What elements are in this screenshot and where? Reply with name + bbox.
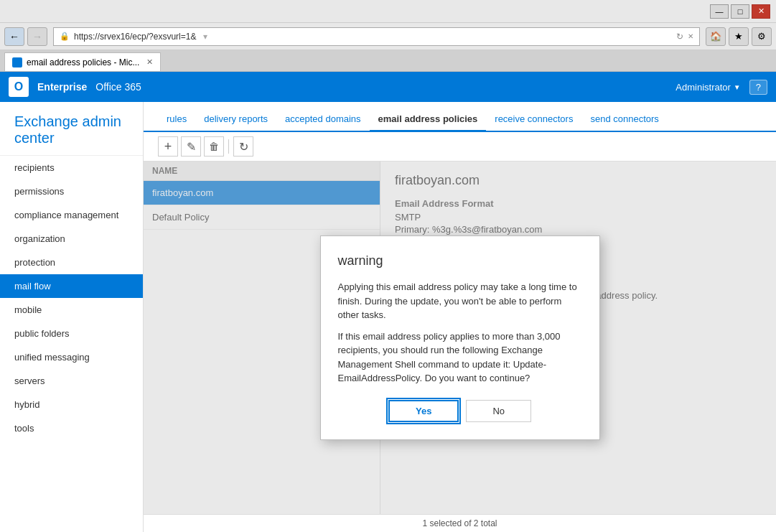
- delete-button[interactable]: 🗑: [204, 136, 224, 157]
- app-header: O Enterprise Office 365 Administrator ▼ …: [0, 72, 776, 102]
- dialog-para2: If this email address policy applies to …: [338, 330, 582, 386]
- page-title-area: Exchange admin center: [0, 102, 143, 156]
- tab-label: email address policies - Mic...: [27, 57, 139, 67]
- dialog-buttons: Yes No: [338, 400, 582, 422]
- sidebar-item-unified-messaging[interactable]: unified messaging: [0, 345, 143, 369]
- tab-close-icon[interactable]: ✕: [146, 57, 153, 67]
- address-bar[interactable]: 🔒 https://srvex16/ecp/?exsvurl=1& ▾ ↻ ✕: [53, 27, 700, 46]
- sidebar-item-permissions[interactable]: permissions: [0, 179, 143, 203]
- sidebar-nav: recipients permissions compliance manage…: [0, 156, 143, 532]
- tab-icon: [12, 57, 22, 67]
- browser-toolbar: ← → 🔒 https://srvex16/ecp/?exsvurl=1& ▾ …: [0, 23, 776, 50]
- sidebar-item-hybrid[interactable]: hybrid: [0, 393, 143, 416]
- dialog-overlay: warning Applying this email address poli…: [144, 162, 776, 514]
- search-icon: ▾: [203, 32, 207, 42]
- edit-button[interactable]: ✎: [181, 136, 201, 157]
- dialog-title: warning: [338, 253, 582, 269]
- warning-dialog: warning Applying this email address poli…: [320, 235, 600, 440]
- close-button[interactable]: ✕: [752, 4, 770, 19]
- browser-titlebar: — □ ✕: [0, 0, 776, 23]
- sidebar-item-mobile[interactable]: mobile: [0, 298, 143, 322]
- favorites-button[interactable]: ★: [729, 27, 749, 46]
- app-o365: Office 365: [95, 81, 141, 93]
- sub-nav-email-address-policies[interactable]: email address policies: [370, 108, 487, 132]
- sub-nav-send-connectors[interactable]: send connectors: [581, 108, 667, 131]
- user-dropdown-icon: ▼: [734, 83, 741, 91]
- minimize-button[interactable]: —: [710, 4, 729, 19]
- user-label: Administrator: [676, 82, 731, 93]
- stop-icon: ✕: [688, 32, 693, 40]
- url-icon: 🔒: [60, 32, 70, 41]
- tab-bar: email address policies - Mic... ✕: [0, 50, 776, 72]
- sub-nav: rules delivery reports accepted domains …: [144, 102, 776, 132]
- content-area: rules delivery reports accepted domains …: [144, 102, 776, 532]
- header-right: Administrator ▼ ?: [676, 80, 767, 95]
- sidebar-wrapper: Exchange admin center recipients permiss…: [0, 102, 144, 532]
- dialog-para1: Applying this email address policy may t…: [338, 280, 582, 322]
- user-menu[interactable]: Administrator ▼: [676, 82, 740, 93]
- add-button[interactable]: +: [158, 136, 178, 157]
- settings-button[interactable]: ⚙: [752, 27, 772, 46]
- toolbar: + ✎ 🗑 ↻: [144, 132, 776, 162]
- sidebar-item-tools[interactable]: tools: [0, 416, 143, 440]
- home-button[interactable]: 🏠: [706, 27, 726, 46]
- sub-nav-rules[interactable]: rules: [158, 108, 195, 131]
- url-text: https://srvex16/ecp/?exsvurl=1&: [74, 32, 196, 42]
- help-button[interactable]: ?: [749, 80, 767, 95]
- status-bar: 1 selected of 2 total: [144, 514, 776, 532]
- sidebar-item-public-folders[interactable]: public folders: [0, 322, 143, 345]
- dialog-body: Applying this email address policy may t…: [338, 280, 582, 386]
- page-title: Exchange admin center: [14, 113, 128, 146]
- toolbar-separator: [228, 139, 229, 154]
- active-tab[interactable]: email address policies - Mic... ✕: [4, 52, 161, 71]
- sidebar-item-mail-flow[interactable]: mail flow: [0, 274, 143, 298]
- sub-nav-delivery-reports[interactable]: delivery reports: [195, 108, 276, 131]
- table-container: NAME firatboyan.com Default Policy firat…: [144, 162, 776, 514]
- refresh-button[interactable]: ↻: [233, 136, 253, 157]
- sidebar-item-protection[interactable]: protection: [0, 251, 143, 274]
- sidebar-item-organization[interactable]: organization: [0, 227, 143, 251]
- maximize-button[interactable]: □: [731, 4, 749, 19]
- yes-button[interactable]: Yes: [388, 400, 459, 422]
- sub-nav-accepted-domains[interactable]: accepted domains: [276, 108, 370, 131]
- sidebar-item-compliance-management[interactable]: compliance management: [0, 203, 143, 227]
- forward-button[interactable]: →: [27, 27, 47, 46]
- app-logo: O: [9, 77, 29, 97]
- sub-nav-receive-connectors[interactable]: receive connectors: [486, 108, 581, 131]
- sidebar-item-servers[interactable]: servers: [0, 369, 143, 393]
- no-button[interactable]: No: [466, 400, 531, 422]
- back-button[interactable]: ←: [4, 27, 24, 46]
- sidebar-item-recipients[interactable]: recipients: [0, 156, 143, 179]
- app-enterprise: Enterprise: [37, 81, 87, 93]
- refresh-icon: ↻: [676, 32, 683, 42]
